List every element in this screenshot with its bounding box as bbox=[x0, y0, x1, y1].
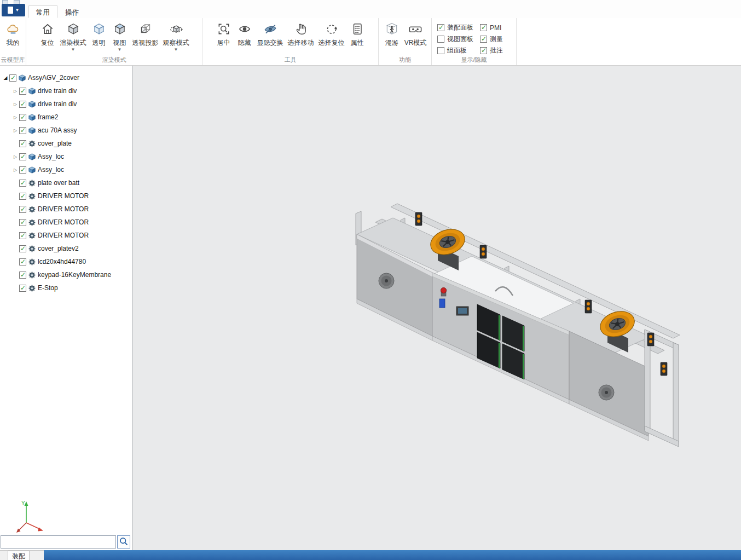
tree-checkbox[interactable] bbox=[19, 180, 26, 187]
tree-root-item[interactable]: ◢ AssyAGV_2cover bbox=[0, 71, 132, 84]
tree-item-label: acu 70A assy bbox=[38, 126, 77, 134]
properties-button[interactable]: 属性 bbox=[347, 19, 368, 56]
part-gear-icon bbox=[28, 192, 36, 200]
assembly-icon bbox=[28, 87, 36, 95]
render-mode-button[interactable]: 渲染模式 ▼ bbox=[58, 19, 89, 56]
roam-button[interactable]: 漫游 bbox=[381, 19, 402, 56]
checkbox-label: 组面板 bbox=[447, 46, 467, 55]
search-input[interactable] bbox=[1, 535, 116, 549]
button-label: 显隐交换 bbox=[257, 38, 283, 48]
checkbox-label: 批注 bbox=[490, 46, 503, 55]
tree-checkbox[interactable] bbox=[19, 193, 26, 200]
tree-item-label: drive train div bbox=[38, 87, 77, 95]
tree-item[interactable]: keypad-16KeyMembrane bbox=[0, 268, 132, 281]
tree-item-label: DRIVER MOTOR bbox=[38, 205, 89, 213]
select-reset-button[interactable]: 选择复位 bbox=[316, 19, 347, 56]
tree-checkbox[interactable] bbox=[19, 272, 26, 279]
checkbox-box bbox=[480, 24, 487, 31]
checkbox-measure[interactable]: 测量 bbox=[480, 33, 503, 45]
home-icon bbox=[40, 21, 55, 37]
button-label: 属性 bbox=[351, 38, 364, 48]
tree-checkbox[interactable] bbox=[19, 140, 26, 147]
tree-item[interactable]: ▷ drive train div bbox=[0, 97, 132, 111]
file-menu-button[interactable]: ▼ bbox=[2, 4, 25, 16]
tree-item[interactable]: E-Stop bbox=[0, 281, 132, 295]
expander-icon[interactable]: ▷ bbox=[11, 154, 19, 159]
tab-assembly[interactable]: 装配 bbox=[8, 551, 30, 560]
ribbon-group-functions: 漫游 VR模式 功能 bbox=[379, 18, 432, 65]
select-move-button[interactable]: 选择移动 bbox=[286, 19, 316, 56]
expander-icon[interactable]: ▷ bbox=[11, 89, 19, 94]
tree-item[interactable]: ▷ Assy_loc bbox=[0, 163, 132, 176]
tree-checkbox[interactable] bbox=[19, 245, 26, 252]
expander-icon[interactable]: ▷ bbox=[11, 128, 19, 133]
tree-item[interactable]: DRIVER MOTOR bbox=[0, 203, 132, 216]
tree-checkbox[interactable] bbox=[19, 127, 26, 134]
tree-checkbox[interactable] bbox=[19, 232, 26, 239]
tab-operation[interactable]: 操作 bbox=[57, 5, 86, 18]
button-label: 选择复位 bbox=[319, 38, 345, 48]
my-models-button[interactable]: 我的 bbox=[3, 19, 24, 56]
button-label: 居中 bbox=[217, 38, 230, 48]
tree-checkbox[interactable] bbox=[19, 219, 26, 226]
group-label: 渲染模式 bbox=[26, 56, 202, 64]
checkbox-assembly-panel[interactable]: 装配面板 bbox=[437, 22, 473, 33]
checkbox-box bbox=[437, 47, 444, 54]
tree-item[interactable]: lcd20x4hd44780 bbox=[0, 255, 132, 268]
tree-item-label: DRIVER MOTOR bbox=[38, 192, 89, 200]
center-button[interactable]: 居中 bbox=[213, 19, 234, 56]
tree-item[interactable]: plate over batt bbox=[0, 176, 132, 189]
tab-common[interactable]: 常用 bbox=[28, 5, 57, 18]
tree-checkbox[interactable] bbox=[19, 101, 26, 108]
search-button[interactable] bbox=[117, 535, 130, 549]
tree-item[interactable]: ▷ Assy_loc bbox=[0, 150, 132, 163]
chevron-down-icon: ▼ bbox=[71, 48, 76, 51]
checkbox-group-panel[interactable]: 组面板 bbox=[437, 45, 473, 56]
button-label: 隐藏 bbox=[238, 38, 251, 48]
expander-expanded-icon[interactable]: ◢ bbox=[2, 75, 9, 80]
expander-icon[interactable]: ▷ bbox=[11, 102, 19, 107]
vr-mode-button[interactable]: VR模式 bbox=[402, 19, 429, 56]
button-label: 漫游 bbox=[385, 38, 398, 48]
transparent-button[interactable]: 透明 bbox=[89, 19, 109, 56]
ribbon-tabs: 常用 操作 bbox=[28, 5, 86, 18]
view-button[interactable]: 视图 ▼ bbox=[109, 19, 130, 56]
hide-button[interactable]: 隐藏 bbox=[234, 19, 255, 56]
tree-checkbox[interactable] bbox=[19, 258, 26, 265]
tree-item[interactable]: ▷ frame2 bbox=[0, 111, 132, 124]
chevron-down-icon: ▼ bbox=[15, 8, 20, 13]
tree-checkbox[interactable] bbox=[19, 166, 26, 174]
tree-item[interactable]: ▷ drive train div bbox=[0, 84, 132, 97]
tree-item[interactable]: DRIVER MOTOR bbox=[0, 216, 132, 229]
toggle-visibility-button[interactable]: 显隐交换 bbox=[255, 19, 286, 56]
tree-checkbox[interactable] bbox=[19, 285, 26, 292]
expander-icon[interactable]: ▷ bbox=[11, 168, 19, 172]
part-gear-icon bbox=[28, 179, 36, 187]
checkbox-box bbox=[480, 47, 487, 54]
reset-button[interactable]: 复位 bbox=[37, 19, 58, 56]
button-label: 渲染模式 bbox=[60, 38, 86, 48]
part-gear-icon bbox=[28, 218, 36, 226]
observe-mode-button[interactable]: 观察模式 ▼ bbox=[161, 19, 192, 56]
tree-checkbox[interactable] bbox=[9, 74, 16, 82]
expander-icon[interactable]: ▷ bbox=[11, 115, 19, 120]
checkbox-pmi[interactable]: PMI bbox=[480, 22, 503, 33]
tree-item[interactable]: ▷ acu 70A assy bbox=[0, 124, 132, 137]
checkbox-view-panel[interactable]: 视图面板 bbox=[437, 33, 473, 45]
tree-checkbox[interactable] bbox=[19, 206, 26, 213]
assembly-icon bbox=[28, 100, 36, 108]
button-label: VR模式 bbox=[404, 38, 427, 48]
tree-checkbox[interactable] bbox=[19, 114, 26, 121]
tree-item[interactable]: DRIVER MOTOR bbox=[0, 229, 132, 242]
tree-checkbox[interactable] bbox=[19, 153, 26, 160]
tree-item[interactable]: cover_plate bbox=[0, 137, 132, 150]
perspective-button[interactable]: 透视投影 bbox=[130, 19, 161, 56]
tree-checkbox[interactable] bbox=[19, 88, 26, 95]
tree-item[interactable]: cover_platev2 bbox=[0, 242, 132, 255]
checkbox-label: PMI bbox=[490, 24, 501, 32]
viewport-3d[interactable] bbox=[132, 66, 741, 550]
eye-icon bbox=[238, 21, 252, 37]
tree-item[interactable]: DRIVER MOTOR bbox=[0, 189, 132, 203]
checkbox-annotation[interactable]: 批注 bbox=[480, 45, 503, 56]
checkbox-label: 装配面板 bbox=[447, 23, 473, 32]
